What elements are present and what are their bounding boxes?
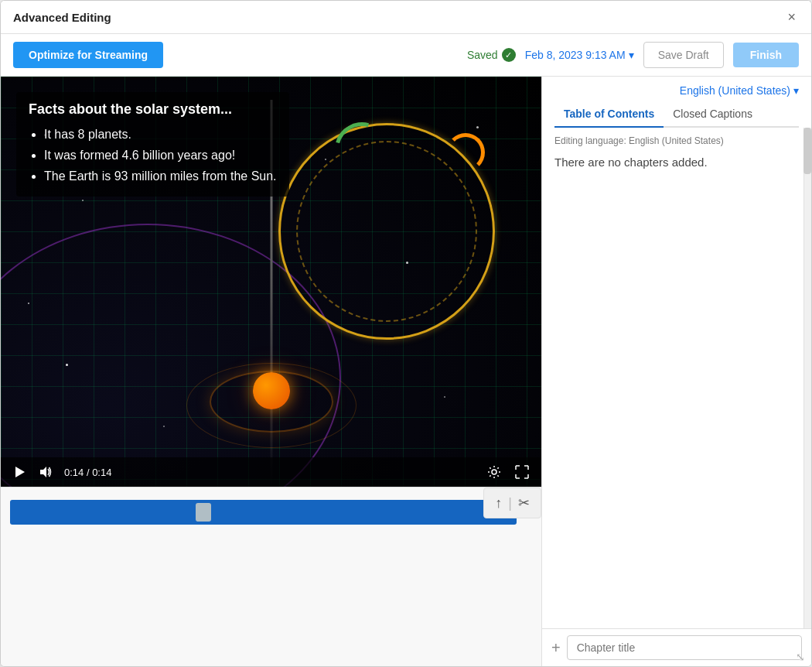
date-button[interactable]: Feb 8, 2023 9:13 AM ▾: [525, 49, 634, 61]
main-content: Facts about the solar system... It has 8…: [1, 77, 811, 666]
orbital-ring-inner: [296, 141, 477, 322]
volume-icon: [39, 466, 53, 478]
play-button[interactable]: [10, 464, 29, 480]
caption-item-3: The Earth is 93 million miles from the S…: [44, 166, 277, 186]
caption-title: Facts about the solar system...: [29, 101, 277, 118]
resize-handle[interactable]: ⤡: [796, 651, 805, 663]
video-controls: 0:14 / 0:14: [1, 457, 541, 487]
planet: [253, 372, 290, 409]
caption-item-2: It was formed 4.6 billion years ago!: [44, 145, 277, 166]
saved-indicator: Saved ✓: [467, 48, 516, 62]
date-chevron-icon: ▾: [629, 49, 634, 61]
caption-list: It has 8 planets. It was formed 4.6 bill…: [29, 124, 277, 187]
timeline-divider: |: [508, 495, 512, 511]
panel-language: English (United States) ▾: [542, 77, 811, 97]
toolbar: Optimize for Streaming Saved ✓ Feb 8, 20…: [1, 34, 811, 77]
time-display: 0:14 / 0:14: [64, 467, 111, 478]
fullscreen-button[interactable]: [512, 463, 532, 481]
panel-footer: +: [542, 628, 811, 666]
scrollbar-thumb[interactable]: [803, 128, 811, 174]
orbital-ring: [278, 123, 495, 340]
star-dot: [163, 426, 165, 427]
volume-button[interactable]: [36, 464, 56, 480]
language-label: English (United States): [680, 84, 790, 97]
svg-point-2: [492, 470, 496, 474]
video-background: Facts about the solar system... It has 8…: [1, 77, 541, 487]
saved-check-icon: ✓: [502, 48, 516, 62]
caption-overlay: Facts about the solar system... It has 8…: [16, 92, 289, 197]
saved-label: Saved: [467, 49, 498, 61]
caption-item-1: It has 8 planets.: [44, 124, 277, 145]
tab-table-of-contents[interactable]: Table of Contents: [554, 101, 664, 128]
close-button[interactable]: ×: [784, 9, 799, 26]
optimize-button[interactable]: Optimize for Streaming: [13, 42, 163, 68]
fullscreen-icon: [515, 465, 529, 479]
no-chapters-message: There are no chapters added.: [554, 156, 799, 169]
gear-icon: [487, 465, 501, 479]
tab-closed-captions[interactable]: Closed Captions: [664, 101, 762, 128]
save-draft-button[interactable]: Save Draft: [643, 42, 724, 68]
language-button[interactable]: English (United States) ▾: [680, 84, 799, 97]
title-bar: Advanced Editing ×: [1, 1, 811, 34]
language-chevron-icon: ▾: [793, 84, 799, 97]
star-dot: [28, 303, 29, 304]
timeline-scissors-button[interactable]: ✂: [513, 491, 534, 515]
video-player: Facts about the solar system... It has 8…: [1, 77, 541, 487]
timeline-actions: ↑ | ✂: [483, 487, 541, 518]
arc-orange: [446, 133, 485, 172]
star-dot: [82, 200, 84, 201]
play-icon: [13, 466, 26, 478]
settings-button[interactable]: [484, 463, 504, 481]
panel-tabs: Table of Contents Closed Captions: [554, 101, 799, 128]
timeline-thumb[interactable]: [196, 503, 211, 522]
star-dot: [406, 262, 408, 264]
timeline-section: ↑ | ✂: [1, 487, 541, 666]
editing-language-label: Editing language: English (United States…: [554, 135, 799, 146]
window-title: Advanced Editing: [13, 11, 111, 24]
date-label: Feb 8, 2023 9:13 AM: [525, 49, 626, 61]
advanced-editing-window: Advanced Editing × Optimize for Streamin…: [0, 0, 812, 667]
panel-body: Editing language: English (United States…: [542, 128, 811, 628]
finish-button[interactable]: Finish: [733, 43, 799, 67]
scrollbar[interactable]: [803, 128, 811, 628]
timeline-up-button[interactable]: ↑: [490, 492, 507, 515]
right-panel: English (United States) ▾ Table of Conte…: [542, 77, 811, 666]
star-dot: [476, 126, 479, 128]
chapter-title-input[interactable]: [567, 635, 802, 660]
svg-marker-0: [15, 467, 25, 477]
timeline-bar[interactable]: [10, 500, 517, 525]
video-section: Facts about the solar system... It has 8…: [1, 77, 542, 666]
add-chapter-button[interactable]: +: [551, 640, 561, 655]
star-dot: [66, 364, 68, 366]
svg-marker-1: [40, 467, 46, 477]
